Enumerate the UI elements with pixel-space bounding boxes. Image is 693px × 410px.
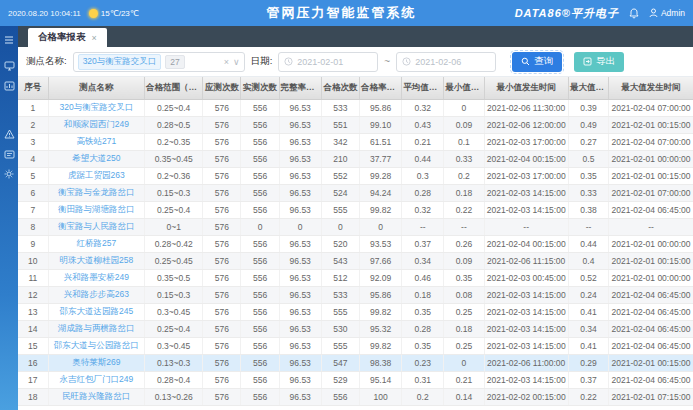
table-cell: 556 [241,269,279,286]
table-cell: 0.41 [568,337,608,354]
table-row[interactable]: 9红桥路2570.28~0.4257655696.5352093.530.370… [18,235,693,252]
table-cell: 0.32 [402,99,444,116]
site-name-link[interactable]: 兴和路步步高263 [48,286,144,303]
column-header: 最小值发生时间 [484,77,568,99]
search-button-label: 查询 [534,55,553,68]
table-cell: 551 [321,116,359,133]
table-row[interactable]: 1320与衡宝路交叉口0.25~0.457655696.5353395.860.… [18,99,693,116]
table-cell: 576 [203,388,241,405]
table-cell: 576 [203,303,241,320]
table-row[interactable]: 8衡宝路与人民路岔口0~15760000---------- [18,218,693,235]
settings-icon[interactable] [0,166,18,182]
bell-icon[interactable] [629,8,639,19]
table-row[interactable]: 6衡宝路与金龙路岔口0.15~0.357655696.5352494.240.2… [18,184,693,201]
site-name-link[interactable]: 衡田路与湖塘路岔口 [48,201,144,218]
date-to-value: 2021-02-06 [415,57,461,67]
table-cell: 210 [321,150,359,167]
table-cell: 17 [18,371,48,388]
table-cell: 99.82 [359,337,401,354]
table-cell: 0.35~0.5 [145,269,203,286]
site-name-link[interactable]: 衡宝路与金龙路岔口 [48,184,144,201]
table-cell: 0.28 [402,320,444,337]
table-cell: 552 [321,167,359,184]
table-cell: 524 [321,184,359,201]
table-row[interactable]: 5虎踞工贸园2630.2~0.3657655696.5355299.280.30… [18,167,693,184]
site-select[interactable]: 320与衡宝路交叉口 27 × ∨ [73,52,245,72]
table-cell: 2021-02-04 07:00:00 [609,133,693,150]
menu-icon[interactable] [0,32,18,48]
site-name-link[interactable]: 衡宝路与人民路岔口 [48,218,144,235]
table-row[interactable]: 7衡田路与湖塘路岔口0.25~0.457655696.5355599.820.3… [18,201,693,218]
report-table-container[interactable]: 序号测点名称合格范围（MPa）应测次数实测次数完整率（%）合格次数合格率（%）平… [18,77,693,410]
table-cell: 0.2 [402,388,444,405]
table-row[interactable]: 17永吉红包厂门口2490.28~0.457655696.5352995.140… [18,371,693,388]
alarm-icon[interactable] [0,126,18,142]
site-name-link[interactable]: 和顺家园西门249 [48,116,144,133]
table-cell: 0.35 [402,303,444,320]
table-row[interactable]: 18民旺路兴隆路岔口0.13~0.2657655696.535561000.20… [18,388,693,405]
table-cell: -- [444,218,484,235]
site-name-link[interactable]: 兴和路墨安桥249 [48,269,144,286]
site-name-link[interactable]: 邵东大道达园路245 [48,303,144,320]
table-cell: 96.53 [279,235,321,252]
site-name-link[interactable]: 湖成路与两横路岔口 [48,320,144,337]
site-name-link[interactable]: 奥特莱斯269 [48,354,144,371]
dashboard-icon[interactable] [0,78,18,94]
table-cell: 2021-02-06 11:15:00 [484,252,568,269]
column-header: 合格率（%） [359,77,401,99]
table-cell: 2021-02-04 07:00:00 [609,99,693,116]
export-button[interactable]: 导出 [574,52,624,72]
table-cell: 0.31 [402,371,444,388]
table-row[interactable]: 13邵东大道达园路2450.3~0.4557655696.5355599.820… [18,303,693,320]
table-cell: 11 [18,269,48,286]
table-row[interactable]: 14湖成路与两横路岔口0.25~0.457655696.5353095.320.… [18,320,693,337]
table-cell: 99.10 [359,116,401,133]
site-name-link[interactable]: 明珠大道柳桂园258 [48,252,144,269]
table-cell: 0.28~0.4 [145,371,203,388]
site-name-link[interactable]: 希望大道250 [48,150,144,167]
date-to-input[interactable]: 2021-02-06 [396,52,496,72]
table-row[interactable]: 2和顺家园西门2490.28~0.557655696.5355199.100.4… [18,116,693,133]
table-row[interactable]: 11兴和路墨安桥2490.35~0.557655696.5351292.090.… [18,269,693,286]
table-cell: 0.14 [444,388,484,405]
table-cell: 547 [321,354,359,371]
table-cell: 576 [203,337,241,354]
site-name-link[interactable]: 虎踞工贸园263 [48,167,144,184]
table-row[interactable]: 16奥特莱斯2690.13~0.357655696.5354798.380.23… [18,354,693,371]
monitor-icon[interactable] [0,58,18,74]
table-cell: -- [568,218,608,235]
tab-close-icon[interactable]: × [92,33,97,43]
table-cell: 576 [203,184,241,201]
user-menu[interactable]: Admin [649,8,685,18]
clear-selection-icon[interactable]: × [224,57,229,67]
table-cell: 0.37 [402,235,444,252]
search-button[interactable]: 查询 [512,52,562,72]
table-row[interactable]: 12兴和路步步高2630.15~0.357655696.5353395.860.… [18,286,693,303]
site-name-link[interactable]: 红桥路257 [48,235,144,252]
table-cell: 576 [203,133,241,150]
table-cell: 576 [203,150,241,167]
table-row[interactable]: 3高铁站2710.2~0.3557655696.5334261.510.210.… [18,133,693,150]
table-cell: 2021-02-06 12:00:00 [484,116,568,133]
table-cell: 0 [444,99,484,116]
export-icon [583,57,592,66]
table-row[interactable]: 10明珠大道柳桂园2580.25~0.4557655696.5354397.66… [18,252,693,269]
site-name-link[interactable]: 永吉红包厂门口249 [48,371,144,388]
site-name-link[interactable]: 320与衡宝路交叉口 [48,99,144,116]
table-row[interactable]: 15邵东大道与公园路岔口0.3~0.4557655696.5355599.820… [18,337,693,354]
chevron-down-icon[interactable]: ∨ [233,57,240,67]
user-icon [649,8,658,18]
table-cell: -- [484,218,568,235]
site-name-link[interactable]: 民旺路兴隆路岔口 [48,388,144,405]
report-icon[interactable] [0,146,18,162]
table-cell: 0.18 [444,184,484,201]
tab-pass-rate-report[interactable]: 合格率报表 × [28,28,107,47]
site-name-link[interactable]: 邵东大道与公园路岔口 [48,337,144,354]
table-row[interactable]: 4希望大道2500.35~0.4557655696.5321037.770.44… [18,150,693,167]
table-cell: 96.53 [279,99,321,116]
date-from-input[interactable]: 2021-02-01 [278,52,378,72]
site-name-link[interactable]: 高铁站271 [48,133,144,150]
table-cell: 0.22 [568,388,608,405]
table-cell: 0.34 [402,252,444,269]
table-cell: 96.53 [279,133,321,150]
